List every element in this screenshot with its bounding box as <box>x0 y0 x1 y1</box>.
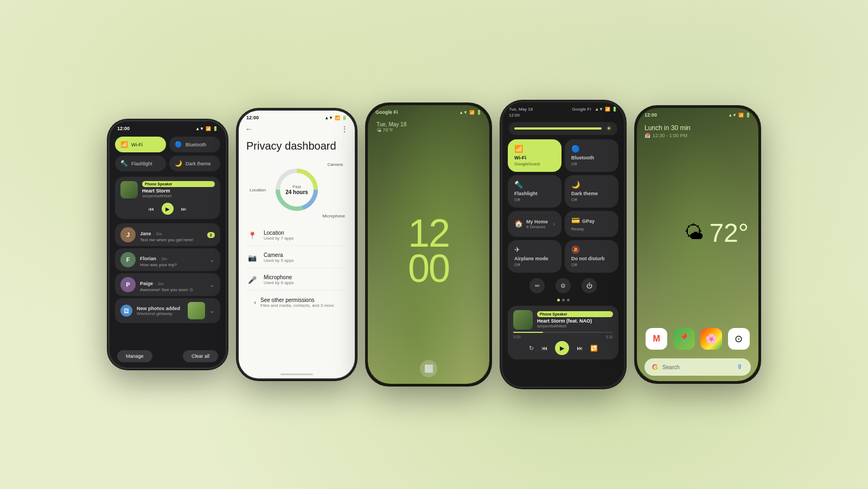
p2-location-name: Location <box>264 230 347 236</box>
p4-tile-bluetooth[interactable]: 🔵 Bluetooth Off <box>565 139 618 172</box>
darktheme-tile-icon: 🌙 <box>571 181 612 189</box>
p2-see-other-title: See other permissions <box>260 297 334 303</box>
p2-see-other-text: See other permissions Files and media, c… <box>260 297 334 308</box>
p1-play-button[interactable]: ▶ <box>162 203 174 215</box>
p2-back-button[interactable]: ← <box>245 125 253 133</box>
p1-tile-bluetooth[interactable]: 🔵 Bluetooth <box>169 137 220 152</box>
p5-gmail-icon[interactable]: M <box>646 328 667 350</box>
p4-progress-bar <box>513 332 613 333</box>
p4-battery-icon: 🔋 <box>612 107 617 112</box>
p4-wifi-icon: 📶 <box>605 107 610 112</box>
p4-tile-dnd[interactable]: 🔕 Do not disturb Off <box>565 240 618 273</box>
p1-manage-button[interactable]: Manage <box>117 350 152 362</box>
p1-prev-button[interactable]: ⏮ <box>149 206 154 212</box>
p4-dot-1 <box>557 299 560 301</box>
camera-icon: 📷 <box>246 252 258 263</box>
p1-tile-bt-label: Bluetooth <box>186 142 206 147</box>
bluetooth-icon: 🔵 <box>175 141 182 148</box>
phones-container: 12:00 ▲▼ 📶 🔋 📶 Wi-Fi 🔵 Bluetooth 🔦 <box>0 0 868 489</box>
p5-photos-icon[interactable]: 🌸 <box>700 328 722 350</box>
p2-more-button[interactable]: ⋮ <box>341 125 348 133</box>
p1-paige-msg: Awesome! See you soon :0 <box>140 287 205 292</box>
p1-florian-name: Florian · 2m <box>140 253 205 262</box>
p4-edit-button[interactable]: ✏ <box>529 278 545 293</box>
p4-tile-flashlight[interactable]: 🔦 Flashlight Off <box>508 175 561 208</box>
p4-carrier: Google Fi <box>572 107 591 112</box>
p4-play-button[interactable]: ▶ <box>555 341 569 355</box>
p5-maps-icon[interactable]: 📍 <box>673 328 695 350</box>
p1-jane-body: Jane · 2m Text me when you get here! <box>140 228 203 242</box>
p1-music-controls: ⏮ ▶ ⏭ <box>120 203 215 215</box>
p5-time: 12:00 <box>644 112 657 118</box>
p5-chrome-icon[interactable]: ⊙ <box>728 328 750 350</box>
p1-tile-wifi[interactable]: 📶 Wi-Fi <box>115 137 166 152</box>
p1-photo-expand-icon[interactable]: ⌄ <box>209 307 215 314</box>
p1-album-art <box>120 181 138 198</box>
p1-music-badge: Phone Speaker <box>142 181 215 187</box>
p1-clearall-button[interactable]: Clear all <box>183 350 218 362</box>
p1-notif-florian[interactable]: F Florian · 2m How was your trip? ⌄ <box>115 248 220 271</box>
p1-florian-expand-icon[interactable]: ⌄ <box>209 256 215 263</box>
p5-event-time: 📅 12:30 - 1:00 PM <box>644 133 751 138</box>
p5-search-bar[interactable]: G Search 🎙 <box>644 358 751 376</box>
p4-prev-button[interactable]: ⏮ <box>541 345 547 351</box>
p4-page-dots <box>502 297 624 304</box>
p4-settings-button[interactable]: ⚙ <box>556 278 571 293</box>
p1-photo-notif[interactable]: 🖼 New photos added Weekend getaway ⌄ <box>115 298 220 323</box>
p4-flash-sub: Off <box>514 197 555 202</box>
brightness-icon: ☀ <box>606 125 612 132</box>
p4-myhome-text: My Home 6 Devices <box>526 219 548 229</box>
p4-brightness-control[interactable]: ☀ <box>509 122 617 135</box>
p5-search-placeholder: Search <box>662 364 732 370</box>
p2-perm-camera[interactable]: 📷 Camera Used by 5 apps <box>246 247 347 268</box>
p4-flash-name: Flashlight <box>514 191 555 196</box>
p4-tile-myhome[interactable]: 🏠 My Home 6 Devices › <box>508 211 561 237</box>
p4-date: Tue, May 18 <box>509 107 533 112</box>
mic-icon[interactable]: 🎙 <box>737 363 743 371</box>
p1-tile-dark-label: Dark theme <box>186 161 211 166</box>
p2-donut-labels: Past 24 hours Camera Location Microphone <box>239 160 355 220</box>
p1-florian-body: Florian · 2m How was your trip? <box>140 253 205 267</box>
p2-perm-microphone[interactable]: 🎤 Microphone Used by 6 apps <box>246 269 347 291</box>
p1-notif-paige[interactable]: P Paige · 2m Awesome! See you soon :0 ⌄ <box>115 273 220 296</box>
p2-see-other-permissions[interactable]: › See other permissions Files and media,… <box>246 292 347 313</box>
p4-time-current: 3:20 <box>513 335 521 339</box>
p4-repeat-button[interactable]: 🔁 <box>590 345 598 352</box>
p1-paige-name: Paige · 2m <box>140 278 205 287</box>
p3-clock-minutes: 00 <box>408 251 449 286</box>
p5-battery-icon: 🔋 <box>745 113 751 118</box>
phone-1: 12:00 ▲▼ 📶 🔋 📶 Wi-Fi 🔵 Bluetooth 🔦 <box>108 120 227 369</box>
p4-airplane-sub: Off <box>514 262 555 267</box>
p4-dnd-sub: Off <box>571 262 612 267</box>
p1-status-bar: 12:00 ▲▼ 📶 🔋 <box>110 121 226 133</box>
p4-gpay-name: GPay <box>582 218 595 224</box>
p1-tile-darktheme[interactable]: 🌙 Dark theme <box>169 156 220 171</box>
p4-tile-wifi[interactable]: 📶 Wi-Fi GoogleGuest <box>508 139 561 172</box>
p1-paige-expand-icon[interactable]: ⌄ <box>209 281 215 288</box>
p2-perm-location[interactable]: 📍 Location Used by 7 apps <box>246 225 347 246</box>
p4-tile-darktheme[interactable]: 🌙 Dark theme Off <box>565 175 618 208</box>
microphone-icon: 🎤 <box>246 274 258 286</box>
p5-event-widget[interactable]: Lunch in 30 min 📅 12:30 - 1:00 PM <box>637 120 758 143</box>
p4-bt-sub: Off <box>571 162 612 166</box>
p4-tile-airplane[interactable]: ✈ Airplane mode Off <box>508 240 561 273</box>
p3-overview-button[interactable]: ⬜ <box>420 360 437 377</box>
photos-icon: 🌸 <box>705 333 717 345</box>
p4-next-button[interactable]: ⏭ <box>577 345 583 351</box>
p1-status-icons: ▲▼ 📶 🔋 <box>195 126 218 131</box>
p1-notif-jane[interactable]: J Jane · 2m Text me when you get here! 2 <box>115 223 220 246</box>
gmail-letter: M <box>653 334 660 344</box>
p1-tile-flashlight[interactable]: 🔦 Flashlight <box>115 156 166 171</box>
p5-weather-icon: 🌤 <box>684 221 704 244</box>
p1-tile-flash-label: Flashlight <box>131 161 152 166</box>
p2-location-info: Location Used by 7 apps <box>264 230 347 241</box>
p4-tile-gpay[interactable]: 💳 GPay Ready <box>565 211 618 237</box>
p3-status-bar: Google Fi ▲▼ 📶 🔋 <box>368 105 489 117</box>
p4-dnd-name: Do not disturb <box>571 256 612 261</box>
p4-replay-button[interactable]: ↻ <box>529 345 534 352</box>
p2-see-other-desc: Files and media, contacts, and 3 more <box>260 303 334 308</box>
p1-next-button[interactable]: ⏭ <box>181 206 187 212</box>
p4-power-button[interactable]: ⏻ <box>582 278 597 293</box>
p4-music-header: Phone Speaker Heart Storm (feat. NAO) se… <box>513 310 613 330</box>
p2-camera-name: Camera <box>264 252 347 258</box>
